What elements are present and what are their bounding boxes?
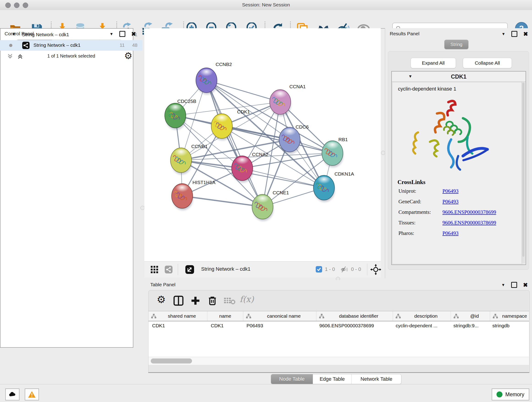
node-HIST1H1A[interactable]	[172, 184, 193, 210]
crosslink-label: Tissues:	[399, 220, 416, 226]
crosslink-link[interactable]: P06493	[443, 199, 458, 205]
birds-eye-view-icon[interactable]	[150, 265, 158, 274]
node-label-CCNA1: CCNA1	[289, 84, 306, 89]
right-splitter-handle[interactable]	[381, 151, 385, 155]
crosslink-link[interactable]: P06493	[443, 188, 458, 194]
expand-all-button[interactable]: Expand All	[411, 58, 456, 68]
panel-close-icon[interactable]: ✖	[523, 282, 528, 288]
column-header--id[interactable]: @id	[451, 311, 490, 321]
table-card-bottom-border	[148, 372, 529, 373]
edge-HIST1H1A-CCNE1[interactable]	[182, 196, 263, 207]
node-CDKN1A[interactable]	[313, 175, 335, 202]
panel-close-icon[interactable]: ✖	[523, 31, 528, 37]
tab-node-table[interactable]: Node Table	[271, 374, 313, 384]
network-edge-count: 48	[132, 42, 138, 48]
cell-canonical-name[interactable]: P06493	[243, 321, 316, 331]
node-label-CCNB1: CCNB1	[191, 144, 208, 149]
node-table[interactable]: shared namenamecanonical namedatabase id…	[148, 311, 529, 365]
crosslink-link[interactable]: P06493	[443, 230, 458, 236]
crosslink-row: Pharos:P06493	[393, 230, 522, 241]
cell-database-identifier[interactable]: 9606.ENSP00000378699	[316, 321, 392, 331]
crosslink-link[interactable]: 9606.ENSP00000378699	[443, 220, 496, 226]
node-CCNA1[interactable]	[270, 89, 291, 116]
fit-content-crosshair-icon[interactable]	[370, 264, 381, 275]
panel-menu-icon[interactable]: ▼	[501, 283, 505, 287]
table-panel: Table Panel ▼ ✖ ⚙ f(x) shared namenameca…	[144, 280, 532, 384]
node-RB1[interactable]	[322, 141, 343, 167]
cloud-button[interactable]	[5, 389, 19, 400]
cell--id[interactable]: stringdb:9...	[450, 321, 489, 331]
hidden-eye-slash-icon[interactable]	[341, 266, 349, 274]
column-tree-icon	[492, 313, 498, 319]
network-canvas[interactable]: CCNB2CCNA1CDC25BCDK1CDC6RB1CCNB1CCNA2CDK…	[144, 28, 381, 261]
status-bar: Memory	[0, 384, 532, 402]
column-header-label: shared name	[157, 313, 207, 319]
tab-string[interactable]: String	[444, 40, 468, 49]
node-label-CCNA2: CCNA2	[252, 152, 268, 157]
open-in-new-window-icon[interactable]	[185, 265, 194, 274]
show-columns-icon[interactable]	[173, 295, 184, 306]
node-CDK1[interactable]	[211, 114, 233, 140]
panel-float-icon[interactable]	[511, 31, 517, 37]
create-column-plus-icon[interactable]	[190, 295, 201, 306]
node-CCNA2[interactable]	[232, 156, 253, 182]
column-header-canonical-name[interactable]: canonical name	[243, 311, 317, 321]
left-splitter-handle[interactable]	[140, 206, 145, 210]
column-tree-icon	[395, 313, 401, 319]
crosslink-label: Uniprot:	[399, 188, 416, 194]
node-result-entry: ▼ CDK1 cyclin-dependent kinase 1	[391, 71, 526, 265]
warnings-button[interactable]	[25, 389, 39, 400]
cell-namespace[interactable]: stringdb	[489, 321, 529, 331]
network-options-gear-icon[interactable]: ⚙	[124, 51, 133, 60]
collapse-all-button[interactable]: Collapse All	[463, 58, 512, 68]
edge-CCNB2-CCNE1[interactable]	[206, 80, 263, 207]
node-CCNB2[interactable]	[196, 68, 217, 95]
window-close-button[interactable]	[5, 2, 11, 8]
table-options-gear-icon[interactable]: ⚙	[157, 294, 166, 305]
column-header-description[interactable]: description	[393, 311, 451, 321]
column-header-shared-name[interactable]: shared name	[148, 311, 207, 321]
hidden-counts: 0 - 0	[351, 266, 361, 272]
network-graph[interactable]: CCNB2CCNA1CDC25BCDK1CDC6RB1CCNB1CCNA2CDK…	[144, 28, 381, 261]
window-zoom-button[interactable]	[23, 2, 28, 8]
column-header-database-identifier[interactable]: database identifier	[317, 311, 393, 321]
cell-name[interactable]: CDK1	[207, 321, 243, 331]
memory-status-dot	[496, 391, 502, 397]
crosslink-row: GeneCard:P06493	[393, 199, 522, 209]
node-result-body: cyclin-dependent kinase 1	[392, 82, 522, 264]
column-header-namespace[interactable]: namespace	[490, 311, 529, 321]
string-results-card: Expand All Collapse All ▼ CDK1 cyclin-de…	[388, 51, 529, 270]
panel-menu-icon[interactable]: ▼	[501, 32, 505, 36]
collection-expand-icon[interactable]: ▼	[12, 32, 16, 36]
column-header-label: @id	[459, 313, 490, 319]
panel-float-icon[interactable]	[511, 282, 517, 288]
tab-network-table[interactable]: Network Table	[352, 374, 401, 384]
results-scrollbar[interactable]	[522, 82, 525, 264]
crosslink-link[interactable]: 9606.ENSP00000378699	[443, 209, 496, 215]
node-CCNE1[interactable]	[252, 194, 273, 221]
cell-shared-name[interactable]: CDK1	[148, 321, 207, 331]
table-horizontal-scrollbar[interactable]	[148, 357, 529, 365]
window-titlebar: Session: New Session	[0, 0, 532, 10]
node-CDC25B[interactable]	[165, 103, 186, 130]
node-CCNB1[interactable]	[171, 148, 192, 174]
table-panel-window-controls: ▼ ✖	[501, 282, 528, 288]
table-card: ⚙ f(x) shared namenamecanonical namedata…	[148, 290, 530, 373]
network-share-icon[interactable]	[165, 265, 173, 274]
results-tab-bar: String	[444, 40, 469, 49]
column-header-name[interactable]: name	[207, 311, 243, 321]
selected-checkbox-icon[interactable]	[316, 266, 322, 273]
network-collection-row[interactable]: ▼ String Network – cdk1 1	[0, 30, 143, 40]
table-row[interactable]: CDK1CDK1P064939606.ENSP00000378699cyclin…	[148, 321, 529, 331]
edge-CCNA2-CDKN1A[interactable]	[242, 168, 324, 188]
crosslink-label: GeneCard:	[399, 199, 421, 205]
network-row-selected[interactable]: String Network – cdk1 11 48	[0, 40, 143, 51]
window-minimize-button[interactable]	[14, 2, 19, 8]
node-result-header[interactable]: ▼ CDK1	[392, 71, 526, 82]
delete-column-trash-icon[interactable]	[207, 295, 218, 306]
cell-description[interactable]: cyclin-dependent ...	[392, 321, 450, 331]
memory-button[interactable]: Memory	[492, 389, 529, 400]
column-tree-icon	[151, 313, 157, 319]
tab-edge-table[interactable]: Edge Table	[313, 374, 352, 384]
column-tree-icon	[319, 313, 325, 319]
